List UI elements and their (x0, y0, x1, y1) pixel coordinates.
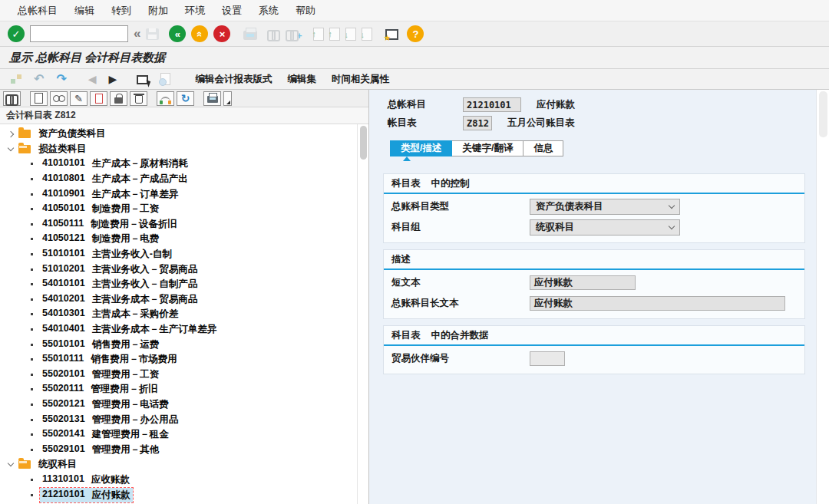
short-text-field[interactable]: 应付账款 (530, 275, 636, 290)
find-next-icon[interactable]: + (286, 30, 299, 38)
exit-icon[interactable]: « (191, 25, 208, 42)
tree-node[interactable]: 51010201 主营业务收入－贸易商品 (0, 262, 368, 277)
account-name: 损益类科目 (38, 143, 87, 156)
detail-scrollbar[interactable] (816, 90, 829, 504)
tree-node[interactable]: 55020121 管理费用－电话费 (0, 397, 368, 413)
trading-partner-field[interactable] (530, 351, 565, 366)
tree-node[interactable]: 41050101 制造费用－工资 (0, 202, 368, 217)
previous-account-icon[interactable]: ◀ (88, 74, 97, 84)
edit-set-button[interactable]: 编辑集 (286, 71, 318, 87)
cancel-icon[interactable]: × (213, 25, 230, 42)
tree-node[interactable]: 55020111 管理费用－折旧 (0, 382, 368, 397)
expander-chevron-icon[interactable] (5, 132, 17, 137)
last-page-icon[interactable]: ↓ (362, 28, 372, 41)
find-icon[interactable] (267, 30, 280, 38)
expander-chevron-icon[interactable] (5, 463, 17, 466)
collapse-icon[interactable]: « (134, 26, 140, 41)
chevron-down-icon (669, 222, 675, 229)
tree-node[interactable]: 损益类科目 (0, 142, 368, 157)
expander-chevron-icon[interactable] (5, 148, 17, 150)
menu-item[interactable]: 附加 (140, 4, 177, 18)
undo-icon[interactable]: ↶ (34, 73, 44, 85)
display-button[interactable] (50, 91, 68, 106)
tree-find-button[interactable] (3, 91, 21, 106)
tree-node[interactable]: 55020131 管理费用－办公用品 (0, 412, 368, 427)
tree-node[interactable]: 41050121 制造费用－电费 (0, 232, 368, 247)
tree-node[interactable]: 21210101 应付账款 (0, 487, 368, 502)
tree-node[interactable]: 55010111 销售费用－市场费用 (0, 352, 368, 367)
tree-node[interactable]: 54010201 主营业务成本－贸易商品 (0, 292, 368, 308)
account-code: 55020141 (42, 428, 85, 441)
save-icon[interactable] (146, 28, 159, 40)
tree-node[interactable]: 55020101 管理费用－工资 (0, 367, 368, 383)
menu-item[interactable]: 系统 (250, 4, 287, 18)
gl-account-field[interactable]: 21210101 (463, 97, 521, 112)
edit-financial-statement-version-button[interactable]: 编辑会计报表版式 (193, 71, 273, 87)
tree-scrollbar[interactable] (357, 124, 368, 504)
menu-item[interactable]: 总帐科目 (9, 4, 66, 18)
account-type-select[interactable]: 资产负债表科目 (530, 199, 680, 215)
tree-node[interactable]: 41050111 制造费用－设备折旧 (0, 217, 368, 232)
tree-node[interactable]: 11310101 应收账款 (0, 473, 368, 488)
account-code: 54010401 (42, 323, 85, 336)
tree-node[interactable]: 统驭科目 (0, 457, 368, 473)
assign-button[interactable] (157, 91, 174, 106)
change-button[interactable]: ✎ (70, 91, 88, 106)
account-code: 41010101 (42, 157, 85, 170)
tree-node[interactable]: 41010101 生产成本－原材料消耗 (0, 156, 368, 172)
tab[interactable]: 信息 (523, 140, 563, 156)
redo-icon[interactable]: ↷ (56, 73, 66, 85)
table-cursor-icon[interactable] (137, 75, 148, 84)
next-account-icon[interactable]: ▶ (109, 74, 117, 84)
enter-icon[interactable]: ✓ (8, 25, 25, 42)
tree-node[interactable]: 41010801 生产成本－产成品产出 (0, 172, 368, 187)
menu-item[interactable]: 设置 (213, 4, 250, 18)
menu-item[interactable]: 帮助 (287, 4, 324, 18)
scrollbar-thumb[interactable] (819, 91, 827, 137)
block-button[interactable] (110, 91, 127, 106)
time-dependent-attributes-button[interactable]: 时间相关属性 (330, 71, 391, 87)
back-icon[interactable]: « (169, 25, 186, 42)
account-code: 41050121 (42, 232, 85, 245)
account-name: 主营业务成本－贸易商品 (92, 293, 198, 306)
menu-item[interactable]: 环境 (177, 4, 213, 18)
account-group-select[interactable]: 统驭科目 (530, 219, 680, 236)
tree-node[interactable]: 54010101 主营业务收入－自制产品 (0, 277, 368, 292)
previous-page-icon[interactable]: ↑ (329, 28, 340, 41)
tree-node[interactable]: 54010401 主营业务成本－生产订单差异 (0, 322, 368, 338)
tree-node[interactable]: 54010301 主营成本－采购价差 (0, 307, 368, 322)
form-row: 短文本 应付账款 (391, 274, 797, 291)
account-name: 应收账款 (91, 473, 130, 486)
delete-button[interactable] (130, 91, 147, 106)
header-field-row: 总帐科目 21210101 应付账款 (388, 97, 829, 113)
refresh-button[interactable]: ↻ (177, 91, 194, 106)
tree-print-button[interactable] (203, 91, 221, 106)
tree-node[interactable]: 资产负债类科目 (0, 127, 368, 142)
long-text-field[interactable]: 应付账款 (530, 296, 785, 311)
new-session-icon[interactable]: ★ (385, 29, 398, 40)
command-field[interactable] (30, 25, 128, 42)
bullet-icon (31, 404, 33, 406)
menu-item[interactable]: 编辑 (66, 4, 103, 18)
tab[interactable]: 关键字/翻译 (452, 140, 523, 156)
menu-item[interactable]: 转到 (103, 4, 140, 18)
copy-button[interactable] (90, 91, 107, 106)
next-page-icon[interactable]: ↓ (345, 28, 356, 41)
refresh-icon: ↻ (181, 93, 190, 104)
tree-node[interactable]: 41010901 生产成本－订单差异 (0, 186, 368, 202)
first-page-icon[interactable]: ↑ (313, 28, 324, 41)
scrollbar-thumb[interactable] (360, 126, 367, 160)
hierarchy-icon[interactable] (11, 74, 21, 84)
exit-chevron: « (194, 31, 206, 36)
create-button[interactable] (30, 91, 48, 106)
tree-node[interactable]: 55029101 管理费用－其他 (0, 442, 368, 457)
tree-node[interactable]: 51010101 主营业务收入-自制 (0, 247, 368, 262)
print-options-button[interactable] (223, 91, 232, 106)
print-icon[interactable] (243, 31, 257, 40)
document-globe-icon[interactable] (160, 73, 170, 85)
help-icon[interactable]: ? (407, 25, 424, 42)
tree-node[interactable]: 55010101 销售费用－运费 (0, 337, 368, 352)
chart-of-accounts-field[interactable]: Z812 (463, 116, 492, 130)
tab[interactable]: 类型/描述 (390, 140, 452, 156)
tree-node[interactable]: 55020141 建管理费用－租金 (0, 427, 368, 443)
